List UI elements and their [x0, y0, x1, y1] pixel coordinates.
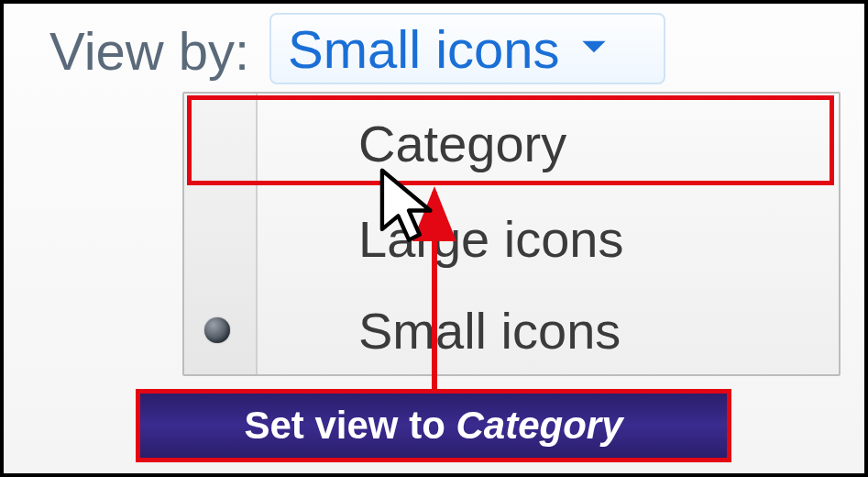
menu-item-label: Category [358, 114, 566, 173]
screenshot-frame: View by: Small icons Category Large icon… [0, 0, 868, 477]
view-by-dropdown-menu: Category Large icons Small icons [182, 92, 841, 376]
radio-selected-icon [204, 317, 230, 343]
view-by-label: View by: [49, 20, 249, 82]
caption-text-prefix: Set view to [244, 404, 445, 448]
view-by-dropdown-button[interactable]: Small icons [269, 13, 665, 84]
menu-item-label: Small icons [358, 301, 621, 361]
menu-item-label: Large icons [358, 209, 624, 269]
view-by-selected-value: Small icons [288, 18, 560, 80]
menu-item-small-icons[interactable]: Small icons [184, 284, 839, 376]
annotation-caption: Set view to Category [136, 389, 731, 462]
menu-item-large-icons[interactable]: Large icons [184, 193, 839, 284]
caption-text-emphasis: Category [456, 404, 623, 448]
chevron-down-icon [577, 29, 611, 68]
menu-item-category[interactable]: Category [184, 97, 839, 189]
